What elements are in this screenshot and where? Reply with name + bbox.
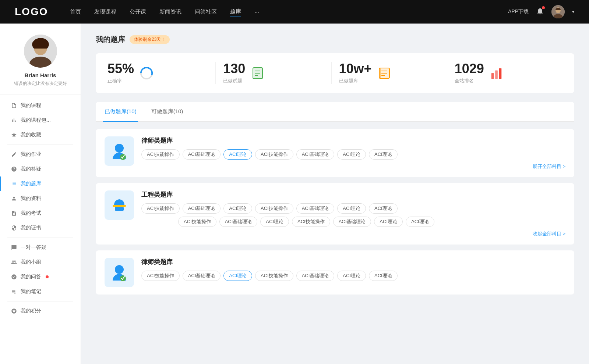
- bar-chart-icon: [489, 66, 504, 81]
- nav-more[interactable]: ···: [254, 7, 259, 17]
- notification-bell[interactable]: [536, 7, 544, 17]
- sidebar-label-notes: 我的笔记: [21, 288, 41, 295]
- qbank-section-0: 律师类题库 ACI技能操作 ACI基础理论 ACI理论 ACI技能操作 ACI基…: [96, 129, 574, 177]
- nav-qa[interactable]: 问答社区: [195, 7, 217, 17]
- sidebar-item-homework[interactable]: 我的作业: [0, 147, 81, 162]
- tag-1-6[interactable]: ACI理论: [369, 203, 398, 214]
- collapse-link-1[interactable]: 收起全部科目 >: [141, 231, 565, 237]
- tag-1-1[interactable]: ACI基础理论: [183, 203, 221, 214]
- header: LOGO 首页 发现课程 公开课 新闻资讯 问答社区 题库 ··· APP下载 …: [0, 0, 589, 24]
- tag-0-2[interactable]: ACI理论: [223, 149, 252, 160]
- tag-0-3[interactable]: ACI技能操作: [255, 149, 293, 160]
- expand-link-0[interactable]: 展开全部科目 >: [141, 163, 565, 170]
- sidebar: Brian Harris 错误的决定比没有决定要好 我的课程 我的课程包...: [0, 24, 81, 364]
- sidebar-item-exam[interactable]: 我的考试: [0, 206, 81, 221]
- nav-discover[interactable]: 发现课程: [94, 7, 116, 17]
- qbank-section-2: 律师类题库 ACI技能操作 ACI基础理论 ACI理论 ACI技能操作 ACI基…: [96, 250, 574, 295]
- stat-done-banks: 10w+ 已做题库: [332, 62, 447, 84]
- qbank-title-2: 律师类题库: [141, 258, 565, 266]
- tag-1-extra-6[interactable]: ACI理论: [406, 217, 434, 227]
- qbank-tags-2: ACI技能操作 ACI基础理论 ACI理论 ACI技能操作 ACI基础理论 AC…: [141, 271, 565, 281]
- sidebar-item-points[interactable]: 我的积分: [0, 304, 81, 318]
- chat-icon: [11, 245, 17, 250]
- sidebar-label-qa-answer: 我的答疑: [21, 166, 41, 172]
- tag-2-6[interactable]: ACI理论: [369, 271, 398, 281]
- qbank-header-2: 律师类题库 ACI技能操作 ACI基础理论 ACI理论 ACI技能操作 ACI基…: [105, 258, 565, 287]
- sidebar-item-course[interactable]: 我的课程: [0, 98, 81, 113]
- tag-1-extra-2[interactable]: ACI理论: [260, 217, 289, 227]
- question-icon: [11, 166, 17, 172]
- sidebar-avatar: [24, 35, 57, 68]
- tag-1-extra-0[interactable]: ACI技能操作: [178, 217, 216, 227]
- tag-0-0[interactable]: ACI技能操作: [141, 149, 180, 160]
- sidebar-item-qbank[interactable]: 我的题库: [0, 176, 81, 191]
- sidebar-item-myqa[interactable]: 我的问答: [0, 270, 81, 284]
- stat-rank-content: 1029 全站排名: [455, 62, 484, 84]
- sidebar-label-course: 我的课程: [21, 102, 41, 109]
- nav-home[interactable]: 首页: [70, 7, 81, 17]
- layout: Brian Harris 错误的决定比没有决定要好 我的课程 我的课程包...: [0, 24, 589, 364]
- qa-badge: [46, 275, 49, 278]
- tag-1-extra-3[interactable]: ACI技能操作: [292, 217, 330, 227]
- app-download-button[interactable]: APP下载: [508, 8, 529, 15]
- tag-1-extra-5[interactable]: ACI理论: [374, 217, 403, 227]
- stat-done-questions-content: 130 已做试题: [223, 62, 245, 84]
- svg-point-23: [115, 144, 124, 153]
- nav-qbank[interactable]: 题库: [230, 7, 241, 17]
- tag-1-4[interactable]: ACI基础理论: [296, 203, 335, 214]
- qbank-info-0: 律师类题库 ACI技能操作 ACI基础理论 ACI理论 ACI技能操作 ACI基…: [141, 136, 565, 170]
- sidebar-item-cert[interactable]: 我的证书: [0, 221, 81, 235]
- main-content: 我的题库 体验剩余23天！ 55% 正确率: [81, 24, 589, 364]
- tag-0-4[interactable]: ACI基础理论: [296, 149, 335, 160]
- sidebar-label-myqa: 我的问答: [21, 274, 41, 280]
- sidebar-divider-1: [7, 144, 73, 145]
- sidebar-label-exam: 我的考试: [21, 210, 41, 217]
- sidebar-item-qa-answer[interactable]: 我的答疑: [0, 162, 81, 176]
- sidebar-label-1on1: 一对一答疑: [21, 244, 46, 251]
- sidebar-label-points: 我的积分: [21, 308, 41, 314]
- qbank-title-0: 律师类题库: [141, 136, 565, 145]
- sidebar-label-group: 我的小组: [21, 259, 41, 265]
- note-icon: [11, 289, 17, 295]
- tag-1-0[interactable]: ACI技能操作: [141, 203, 180, 214]
- tag-1-2[interactable]: ACI理论: [223, 203, 252, 214]
- sidebar-item-favorites[interactable]: 我的收藏: [0, 128, 81, 142]
- book-icon: [377, 66, 392, 81]
- tag-0-5[interactable]: ACI理论: [337, 149, 366, 160]
- tag-2-4[interactable]: ACI基础理论: [296, 271, 335, 281]
- sidebar-item-notes[interactable]: 我的笔记: [0, 284, 81, 299]
- sidebar-label-coursepack: 我的课程包...: [21, 117, 51, 124]
- sidebar-item-1on1[interactable]: 一对一答疑: [0, 240, 81, 255]
- tag-2-0[interactable]: ACI技能操作: [141, 271, 180, 281]
- nav-news[interactable]: 新闻资讯: [159, 7, 181, 17]
- notes-icon: [250, 66, 265, 81]
- nav-opencourse[interactable]: 公开课: [130, 7, 146, 17]
- score-icon: [11, 308, 17, 314]
- tag-0-1[interactable]: ACI基础理论: [183, 149, 221, 160]
- user-avatar[interactable]: [551, 5, 565, 18]
- people-icon: [11, 196, 17, 201]
- tag-1-5[interactable]: ACI理论: [337, 203, 366, 214]
- tag-2-2[interactable]: ACI理论: [223, 271, 252, 281]
- qbank-header-1: 工程类题库 ACI技能操作 ACI基础理论 ACI理论 ACI技能操作 ACI基…: [105, 190, 565, 237]
- stat-rank-value: 1029: [455, 62, 484, 75]
- page-header: 我的题库 体验剩余23天！: [96, 35, 574, 44]
- tag-1-extra-1[interactable]: ACI基础理论: [219, 217, 258, 227]
- tag-2-3[interactable]: ACI技能操作: [255, 271, 293, 281]
- qbank-tags-0: ACI技能操作 ACI基础理论 ACI理论 ACI技能操作 ACI基础理论 AC…: [141, 149, 565, 160]
- sidebar-item-coursepack[interactable]: 我的课程包...: [0, 113, 81, 128]
- user-menu-chevron[interactable]: ▾: [572, 9, 574, 14]
- tab-done[interactable]: 已做题库(10): [103, 102, 138, 122]
- sidebar-name: Brian Harris: [7, 72, 73, 78]
- tag-0-6[interactable]: ACI理论: [369, 149, 398, 160]
- sidebar-item-profile[interactable]: 我的资料: [0, 191, 81, 206]
- tag-2-1[interactable]: ACI基础理论: [183, 271, 221, 281]
- tag-2-5[interactable]: ACI理论: [337, 271, 366, 281]
- sidebar-item-group[interactable]: 我的小组: [0, 255, 81, 270]
- tab-available[interactable]: 可做题库(10): [150, 102, 185, 122]
- tag-1-extra-4[interactable]: ACI基础理论: [333, 217, 371, 227]
- cert-icon: [11, 225, 17, 231]
- tag-1-3[interactable]: ACI技能操作: [255, 203, 293, 214]
- logo[interactable]: LOGO: [15, 6, 48, 18]
- stat-accuracy-content: 55% 正确率: [107, 62, 134, 84]
